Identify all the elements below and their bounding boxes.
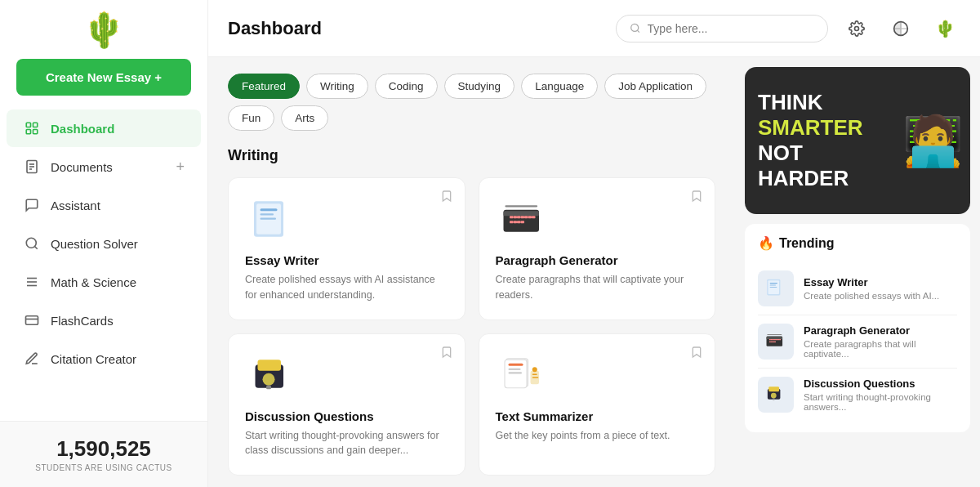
svg-point-15 <box>631 24 639 31</box>
trending-info-desc-essay-writer-trend: Create polished essays with AI... <box>804 291 939 301</box>
sidebar-nav: Dashboard Documents + Assistant Question… <box>0 109 207 378</box>
create-essay-button[interactable]: Create New Essay + <box>16 59 191 96</box>
trending-info-paragraph-generator-trend: Paragraph Generator Create paragraphs th… <box>804 324 957 359</box>
sidebar-item-math-science[interactable]: Math & Science <box>7 263 201 301</box>
trending-info-discussion-questions-trend: Discussion Questions Start writing thoug… <box>804 378 957 412</box>
card-paragraph-generator[interactable]: Paragraph Generator Create paragraphs th… <box>479 177 716 320</box>
svg-rect-23 <box>261 218 277 220</box>
trending-item-paragraph-generator-trend[interactable]: Paragraph Generator Create paragraphs th… <box>758 315 957 369</box>
svg-rect-55 <box>770 287 777 288</box>
filter-tab-job-application[interactable]: Job Application <box>604 74 706 99</box>
svg-point-8 <box>26 238 36 248</box>
bookmark-text-summarizer[interactable] <box>690 346 703 362</box>
svg-rect-33 <box>510 221 514 223</box>
banner: THINK SMARTER NOT HARDER 🧑‍💻 <box>745 67 970 214</box>
svg-rect-31 <box>528 216 532 218</box>
sidebar-item-question-solver-label: Question Solver <box>51 237 185 251</box>
sidebar-item-documents[interactable]: Documents + <box>7 148 201 185</box>
card-illustration-paragraph-generator <box>496 194 553 244</box>
filter-tab-arts[interactable]: Arts <box>281 105 328 131</box>
sidebar-item-dashboard[interactable]: Dashboard <box>7 109 201 147</box>
svg-rect-64 <box>779 339 781 340</box>
search-input[interactable] <box>648 22 814 35</box>
trending-thumb-paragraph-generator-trend <box>758 324 794 360</box>
svg-rect-2 <box>26 130 30 134</box>
filter-tab-writing[interactable]: Writing <box>306 74 368 99</box>
assistant-icon <box>23 196 41 214</box>
svg-point-40 <box>263 373 275 385</box>
sidebar-item-citation-creator[interactable]: Citation Creator <box>7 340 201 378</box>
svg-rect-27 <box>513 216 517 218</box>
svg-rect-35 <box>517 221 521 223</box>
search-icon <box>630 22 641 34</box>
svg-rect-25 <box>503 211 539 216</box>
filter-tab-fun[interactable]: Fun <box>228 105 274 131</box>
svg-rect-22 <box>261 213 274 215</box>
card-illustration-text-summarizer <box>496 351 553 400</box>
sidebar-stats: 1,590,525 STUDENTS ARE USING CACTUS <box>0 421 207 487</box>
bookmark-essay-writer[interactable] <box>440 190 453 206</box>
settings-button[interactable] <box>841 13 872 44</box>
documents-add-icon[interactable]: + <box>176 159 185 176</box>
trending-item-discussion-questions-trend[interactable]: Discussion Questions Start writing thoug… <box>758 369 957 421</box>
documents-icon <box>23 158 41 176</box>
filter-tab-coding[interactable]: Coding <box>375 74 438 99</box>
trending-info-desc-discussion-questions-trend: Start writing thought-provoking answers.… <box>804 392 957 412</box>
sidebar-item-question-solver[interactable]: Question Solver <box>7 225 201 262</box>
card-title-text-summarizer: Text Summarizer <box>496 409 699 423</box>
citation-creator-icon <box>23 350 41 368</box>
svg-rect-44 <box>508 363 523 365</box>
svg-rect-21 <box>261 208 278 211</box>
svg-rect-28 <box>517 216 521 218</box>
svg-rect-26 <box>510 216 514 218</box>
settings-icon <box>849 20 865 37</box>
svg-rect-68 <box>774 342 776 342</box>
trending-thumb-discussion-questions-trend <box>758 377 794 413</box>
trending-item-essay-writer-trend[interactable]: Essay Writer Create polished essays with… <box>758 262 957 315</box>
trending-section: 🔥 Trending Essay Writer Create polished … <box>745 224 970 432</box>
sidebar-item-assistant-label: Assistant <box>51 199 185 212</box>
svg-point-17 <box>855 26 859 30</box>
svg-rect-29 <box>520 216 524 218</box>
bookmark-paragraph-generator[interactable] <box>690 190 703 206</box>
filter-tab-featured[interactable]: Featured <box>228 74 300 99</box>
svg-rect-39 <box>258 360 282 371</box>
math-science-icon <box>23 273 41 291</box>
sidebar-item-flashcards[interactable]: FlashCards <box>7 302 201 339</box>
card-discussion-questions[interactable]: Discussion Questions Start writing thoug… <box>228 333 466 476</box>
svg-rect-1 <box>33 123 38 127</box>
svg-rect-73 <box>773 398 775 400</box>
card-desc-discussion-questions: Start writing thought-provoking answers … <box>245 428 448 459</box>
writing-section-title: Writing <box>228 147 715 164</box>
svg-rect-0 <box>26 123 30 127</box>
cactus-icon: 🌵 <box>82 10 125 50</box>
bookmark-discussion-questions[interactable] <box>440 346 453 362</box>
card-essay-writer[interactable]: Essay Writer Create polished essays with… <box>228 177 466 320</box>
main-area: Dashboard 🌵 FeaturedWritingCodingStudyin… <box>208 0 980 487</box>
theme-icon <box>893 20 909 37</box>
filter-tab-language[interactable]: Language <box>521 74 598 99</box>
sidebar-item-assistant[interactable]: Assistant <box>7 186 201 224</box>
trending-list: Essay Writer Create polished essays with… <box>758 262 957 421</box>
profile-button[interactable]: 🌵 <box>929 13 960 44</box>
app-logo: 🌵 <box>0 0 207 59</box>
svg-line-16 <box>637 30 639 32</box>
svg-rect-60 <box>773 339 774 340</box>
sidebar-item-flashcards-label: FlashCards <box>51 314 185 328</box>
svg-rect-67 <box>773 342 774 342</box>
svg-rect-65 <box>769 342 771 342</box>
sidebar: 🌵 Create New Essay + Dashboard Documents… <box>0 0 208 487</box>
search-bar[interactable] <box>616 15 828 42</box>
card-illustration-essay-writer <box>245 194 302 244</box>
svg-rect-36 <box>520 221 524 223</box>
svg-line-9 <box>34 246 37 248</box>
card-text-summarizer[interactable]: Text Summarizer Get the key points from … <box>479 333 716 476</box>
filter-tabs: FeaturedWritingCodingStudyingLanguageJob… <box>228 74 715 131</box>
theme-toggle-button[interactable] <box>885 13 916 44</box>
filter-tab-studying[interactable]: Studying <box>444 74 515 99</box>
dashboard-icon <box>23 119 41 137</box>
card-title-essay-writer: Essay Writer <box>245 253 448 267</box>
trending-fire-icon: 🔥 <box>758 235 774 251</box>
svg-rect-32 <box>532 216 536 218</box>
svg-rect-61 <box>774 339 776 340</box>
